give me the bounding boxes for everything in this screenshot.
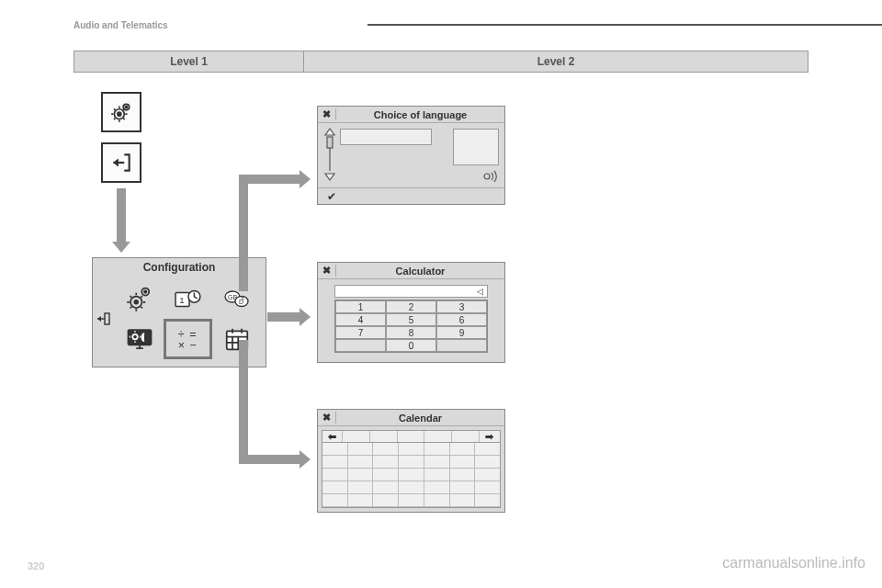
connector-line <box>239 340 248 349</box>
svg-rect-4 <box>105 313 109 324</box>
svg-point-6 <box>134 300 138 304</box>
level-header-bar: Level 1 Level 2 <box>74 51 808 73</box>
calculator-panel-title: Calculator <box>336 266 504 277</box>
calc-key-1[interactable]: 1 <box>335 300 386 313</box>
arrow-down <box>117 188 126 243</box>
calc-key-5[interactable]: 5 <box>386 313 436 326</box>
language-panel-title: Choice of language <box>336 109 504 120</box>
language-list-item[interactable] <box>340 129 432 145</box>
calendar-grid <box>322 443 501 508</box>
calendar-cell[interactable] <box>322 456 348 469</box>
calc-key-blank <box>335 339 386 352</box>
calendar-cell[interactable] <box>373 494 399 507</box>
calendar-cell[interactable] <box>475 456 500 469</box>
calc-key-7[interactable]: 7 <box>335 326 386 339</box>
calendar-header-cell <box>370 431 398 442</box>
config-exit-icon[interactable] <box>96 311 111 326</box>
calendar-cell[interactable] <box>322 494 348 507</box>
calculator-panel: ✖ Calculator ◁ 1 2 3 4 5 6 7 8 9 0 <box>317 262 505 363</box>
calendar-cell[interactable] <box>399 456 424 469</box>
calendar-cell[interactable] <box>373 469 399 481</box>
svg-text:−: − <box>189 339 196 352</box>
connector-line <box>239 345 248 459</box>
connector-line <box>239 179 248 291</box>
calendar-cell[interactable] <box>322 443 348 456</box>
calendar-cell[interactable] <box>475 469 500 481</box>
calendar-header-cell <box>424 431 452 442</box>
calendar-cell[interactable] <box>450 443 476 456</box>
calendar-prev-button[interactable]: ⬅ <box>322 431 343 442</box>
level-1-header: Level 1 <box>74 51 304 72</box>
config-item-calculator[interactable]: ÷=×− <box>165 321 210 357</box>
close-icon[interactable]: ✖ <box>318 265 336 277</box>
calendar-cell[interactable] <box>424 494 450 507</box>
calc-key-3[interactable]: 3 <box>436 300 487 313</box>
config-item-settings[interactable] <box>117 280 162 317</box>
calculator-display: ◁ <box>334 285 488 298</box>
close-icon[interactable]: ✖ <box>318 412 336 424</box>
calc-key-blank <box>436 339 487 352</box>
calendar-next-button[interactable]: ➡ <box>480 431 500 442</box>
calendar-cell[interactable] <box>373 456 399 469</box>
close-icon[interactable]: ✖ <box>318 108 336 120</box>
calendar-cell[interactable] <box>348 494 374 507</box>
calendar-cell[interactable] <box>399 481 424 494</box>
calendar-cell[interactable] <box>373 481 399 494</box>
calculator-keypad: 1 2 3 4 5 6 7 8 9 0 <box>334 300 488 353</box>
calendar-cell[interactable] <box>475 481 500 494</box>
calendar-cell[interactable] <box>475 494 500 507</box>
svg-point-8 <box>144 290 147 293</box>
calendar-cell[interactable] <box>348 481 374 494</box>
svg-point-1 <box>118 112 121 116</box>
calendar-cell[interactable] <box>348 469 374 481</box>
watermark: carmanualsonline.info <box>722 555 865 571</box>
calendar-cell[interactable] <box>399 443 424 456</box>
config-item-display[interactable] <box>117 321 162 357</box>
config-item-datetime[interactable]: 1 <box>165 280 210 317</box>
calendar-cell[interactable] <box>322 481 348 494</box>
calendar-cell[interactable] <box>450 469 476 481</box>
calendar-cell[interactable] <box>348 443 374 456</box>
svg-text:×: × <box>177 339 184 352</box>
language-panel: ✖ Choice of language ✔ <box>317 106 505 205</box>
calc-key-0[interactable]: 0 <box>386 339 436 352</box>
calc-key-6[interactable]: 6 <box>436 313 487 326</box>
config-item-calendar[interactable] <box>214 321 259 357</box>
language-preview-box <box>453 129 499 165</box>
calendar-cell[interactable] <box>399 494 424 507</box>
calc-key-2[interactable]: 2 <box>386 300 436 313</box>
config-item-language[interactable]: GBDF <box>214 280 259 317</box>
calendar-cell[interactable] <box>399 469 424 481</box>
speech-icon <box>482 170 497 186</box>
calendar-cell[interactable] <box>373 443 399 456</box>
calc-key-8[interactable]: 8 <box>386 326 436 339</box>
calendar-header-cell <box>343 431 370 442</box>
gear-icon <box>109 100 133 124</box>
calendar-panel: ✖ Calendar ⬅ ➡ <box>317 409 505 513</box>
arrow-to-language <box>239 175 301 184</box>
calendar-cell[interactable] <box>450 481 476 494</box>
calendar-cell[interactable] <box>424 469 450 481</box>
calculator-icon: ÷=×− <box>175 325 202 353</box>
calendar-header-cell <box>452 431 480 442</box>
calendar-cell[interactable] <box>424 481 450 494</box>
calendar-cell[interactable] <box>450 494 476 507</box>
exit-button[interactable] <box>101 142 141 183</box>
header-rule <box>368 24 882 26</box>
calc-key-9[interactable]: 9 <box>436 326 487 339</box>
calendar-nav: ⬅ ➡ <box>322 430 501 443</box>
svg-rect-24 <box>327 137 333 148</box>
confirm-button[interactable]: ✔ <box>318 187 504 204</box>
calc-key-4[interactable]: 4 <box>335 313 386 326</box>
calendar-cell[interactable] <box>450 456 476 469</box>
calendar-cell[interactable] <box>424 456 450 469</box>
settings-button[interactable] <box>101 92 141 132</box>
scrollbar-icon[interactable] <box>323 127 336 182</box>
display-icon <box>126 325 153 353</box>
calendar-cell[interactable] <box>424 443 450 456</box>
calendar-cell[interactable] <box>475 443 500 456</box>
calendar-cell[interactable] <box>322 469 348 481</box>
svg-point-3 <box>125 107 127 108</box>
calendar-cell[interactable] <box>348 456 374 469</box>
calendar-header-cell <box>398 431 425 442</box>
